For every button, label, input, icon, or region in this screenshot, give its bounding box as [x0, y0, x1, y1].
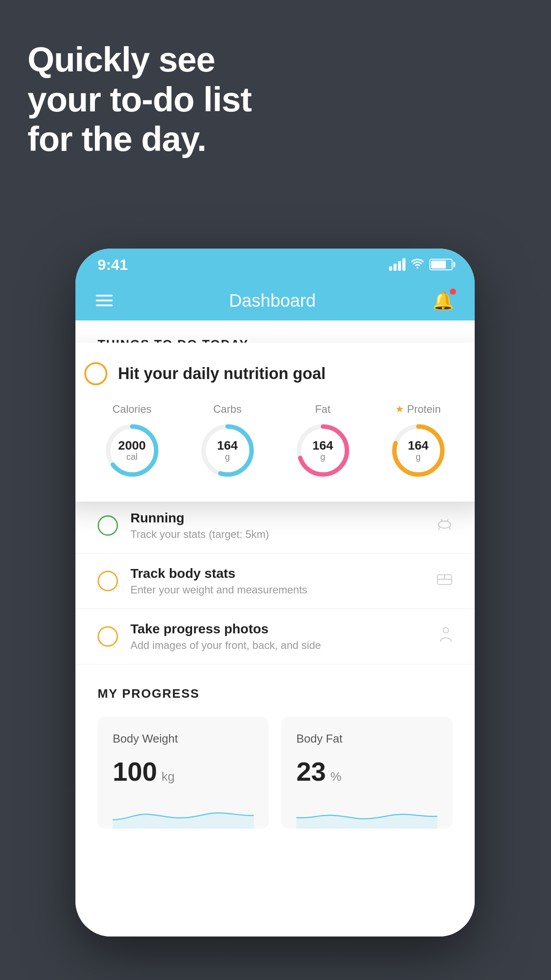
body-fat-chart	[296, 798, 437, 829]
todo-list: Running Track your stats (target: 5km) T…	[75, 498, 475, 664]
photos-text: Take progress photos Add images of your …	[130, 621, 427, 652]
notification-dot	[450, 288, 456, 295]
fat-label: Fat	[315, 403, 331, 415]
notification-bell[interactable]: 🔔	[432, 290, 454, 311]
phone-content: THINGS TO DO TODAY Hit your daily nutrit…	[75, 320, 475, 937]
photos-name: Take progress photos	[130, 621, 427, 636]
carbs-value: 164	[217, 439, 238, 452]
todo-item-body-stats[interactable]: Track body stats Enter your weight and m…	[75, 553, 475, 609]
body-fat-label: Body Fat	[296, 732, 437, 746]
nutrition-circles: Calories 2000 cal Carbs	[84, 403, 466, 479]
body-fat-value: 23	[296, 756, 326, 787]
headline: Quickly see your to-do list for the day.	[28, 40, 252, 159]
goal-check-circle[interactable]	[84, 362, 107, 385]
protein-unit: g	[408, 452, 429, 462]
nutrition-calories: Calories 2000 cal	[103, 403, 161, 479]
running-sub: Track your stats (target: 5km)	[130, 528, 424, 541]
running-text: Running Track your stats (target: 5km)	[130, 510, 424, 541]
body-weight-value: 100	[113, 756, 157, 787]
body-weight-chart	[113, 798, 254, 829]
star-icon: ★	[395, 403, 404, 415]
body-stats-sub: Enter your weight and measurements	[130, 584, 424, 596]
protein-value: 164	[408, 439, 429, 452]
status-bar: 9:41	[75, 249, 475, 281]
running-name: Running	[130, 510, 424, 526]
body-stats-name: Track body stats	[130, 566, 424, 581]
card-title: Hit your daily nutrition goal	[118, 364, 326, 383]
headline-line1: Quickly see	[28, 40, 215, 79]
phone-mockup: 9:41 Dashboard 🔔	[75, 249, 475, 937]
card-header: Hit your daily nutrition goal	[84, 362, 466, 385]
todo-item-running[interactable]: Running Track your stats (target: 5km)	[75, 498, 475, 553]
headline-line3: for the day.	[28, 119, 206, 158]
carbs-label: Carbs	[213, 403, 241, 415]
progress-section: MY PROGRESS Body Weight 100 kg	[75, 664, 475, 829]
body-weight-card[interactable]: Body Weight 100 kg	[98, 717, 269, 829]
svg-point-8	[438, 521, 451, 528]
calories-value: 2000	[118, 439, 146, 452]
body-stats-check[interactable]	[98, 571, 118, 591]
nav-bar: Dashboard 🔔	[75, 281, 475, 320]
protein-ring: 164 g	[390, 422, 447, 479]
progress-title: MY PROGRESS	[98, 687, 453, 701]
nutrition-fat: Fat 164 g	[294, 403, 352, 479]
running-check[interactable]	[98, 515, 118, 536]
body-fat-unit: %	[331, 770, 342, 784]
calories-ring: 2000 cal	[103, 422, 161, 479]
body-fat-value-row: 23 %	[296, 756, 437, 787]
fat-ring: 164 g	[294, 422, 352, 479]
nutrition-protein: ★ Protein 164 g	[390, 403, 447, 479]
signal-icon	[389, 258, 405, 271]
headline-line2: your to-do list	[28, 80, 252, 119]
scale-icon	[437, 573, 453, 590]
battery-icon	[429, 259, 453, 270]
protein-label: ★ Protein	[395, 403, 441, 415]
progress-cards: Body Weight 100 kg Body Fat	[98, 717, 453, 829]
todo-item-photos[interactable]: Take progress photos Add images of your …	[75, 609, 475, 664]
body-weight-unit: kg	[161, 770, 175, 784]
status-icons	[389, 257, 453, 272]
body-stats-text: Track body stats Enter your weight and m…	[130, 566, 424, 596]
carbs-ring: 164 g	[199, 422, 256, 479]
body-weight-label: Body Weight	[113, 732, 254, 746]
hamburger-menu[interactable]	[96, 295, 113, 306]
status-time: 9:41	[98, 256, 128, 273]
body-fat-card[interactable]: Body Fat 23 %	[281, 717, 453, 829]
wifi-icon	[411, 257, 424, 272]
nutrition-carbs: Carbs 164 g	[199, 403, 256, 479]
photos-check[interactable]	[98, 626, 118, 647]
photos-sub: Add images of your front, back, and side	[130, 639, 427, 652]
fat-value: 164	[312, 439, 333, 452]
nav-title: Dashboard	[229, 291, 316, 311]
carbs-unit: g	[217, 452, 238, 462]
nutrition-card: Hit your daily nutrition goal Calories 2…	[75, 343, 475, 502]
body-weight-value-row: 100 kg	[113, 756, 254, 787]
fat-unit: g	[312, 452, 333, 462]
svg-point-12	[443, 628, 449, 633]
person-icon	[439, 627, 453, 646]
calories-label: Calories	[112, 403, 151, 415]
calories-unit: cal	[118, 452, 146, 462]
running-icon	[437, 517, 453, 534]
